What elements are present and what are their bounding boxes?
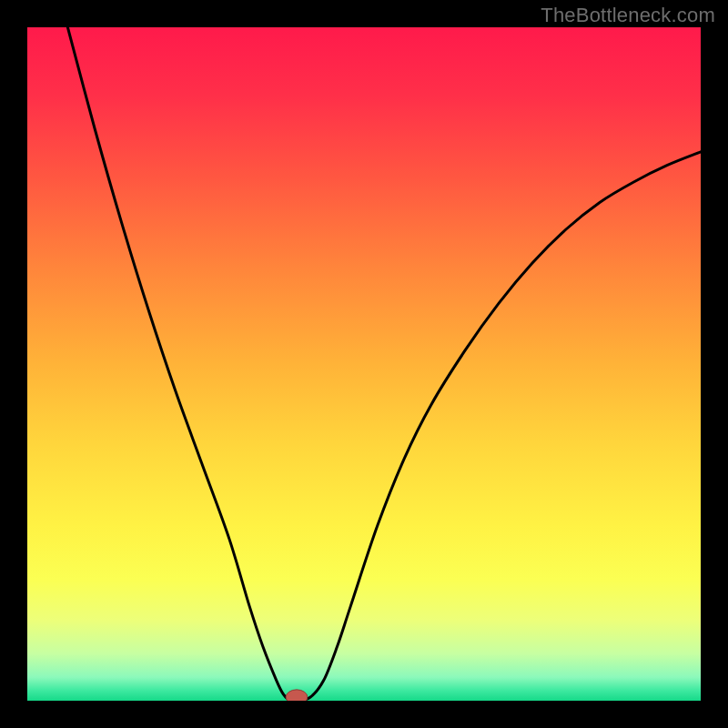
marker-dot [286,690,308,701]
chart-frame: TheBottleneck.com [0,0,728,728]
gradient-panel [27,27,701,701]
chart-svg [27,27,701,701]
watermark-label: TheBottleneck.com [541,4,715,27]
plot-area [27,27,701,701]
x-axis [27,701,701,703]
